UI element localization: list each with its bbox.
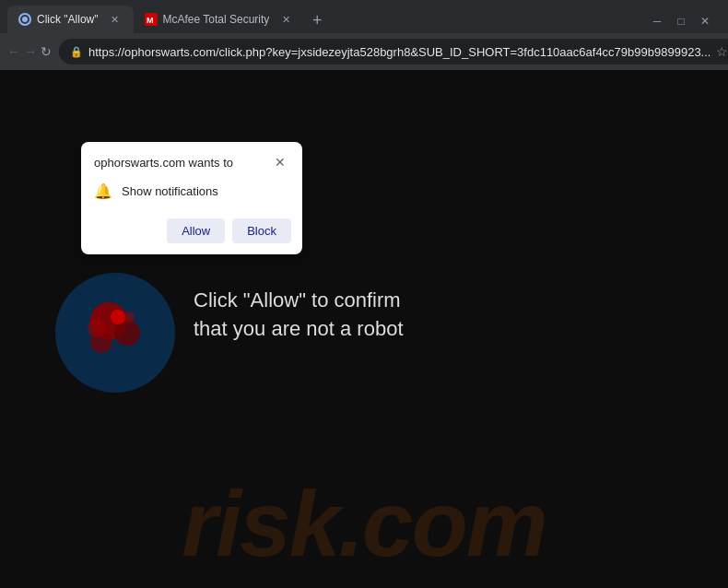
notification-label: Show notifications	[122, 184, 218, 198]
robot-message-line1: Click "Allow" to confirm	[194, 287, 404, 315]
tab-2[interactable]: M McAfee Total Security ✕	[134, 6, 305, 33]
tab-2-close[interactable]: ✕	[278, 12, 293, 27]
bell-icon: 🔔	[94, 182, 112, 200]
svg-point-7	[88, 319, 106, 337]
tab-bar: Click "Allow" ✕ M McAfee Total Security …	[0, 0, 728, 33]
url-text: https://ophorswarts.com/click.php?key=jx…	[88, 45, 710, 59]
tab-2-favicon: M	[145, 13, 158, 26]
svg-point-8	[123, 312, 135, 323]
popup-header: ophorswarts.com wants to ✕	[81, 142, 302, 179]
popup-notification-row: 🔔 Show notifications	[81, 179, 302, 211]
popup-title: ophorswarts.com wants to	[94, 156, 233, 170]
maximize-button[interactable]: □	[673, 13, 689, 29]
popup-buttons: Allow Block	[81, 211, 302, 254]
page-content: risk.com Click "Allow" to confirm that y…	[0, 70, 728, 588]
robot-circle	[55, 273, 175, 393]
window-controls: ─ □ ✕	[641, 13, 721, 29]
minimize-button[interactable]: ─	[649, 13, 665, 29]
back-button[interactable]: ←	[7, 39, 20, 65]
svg-text:M: M	[147, 16, 154, 25]
tab-1-favicon	[18, 13, 31, 26]
toolbar: ← → ↻ 🔒 https://ophorswarts.com/click.ph…	[0, 33, 728, 70]
notification-popup: ophorswarts.com wants to ✕ 🔔 Show notifi…	[81, 142, 302, 254]
close-button[interactable]: ✕	[697, 13, 713, 29]
browser-window: Click "Allow" ✕ M McAfee Total Security …	[0, 0, 728, 588]
forward-button[interactable]: →	[24, 39, 37, 65]
lock-icon: 🔒	[70, 46, 83, 58]
svg-point-0	[22, 17, 28, 22]
tab-2-label: McAfee Total Security	[163, 13, 270, 26]
robot-message-line2: that you are not a robot	[194, 315, 404, 344]
tab-1-close[interactable]: ✕	[108, 12, 123, 27]
tab-1-label: Click "Allow"	[37, 13, 99, 26]
robot-message: Click "Allow" to confirm that you are no…	[194, 287, 404, 344]
tab-1[interactable]: Click "Allow" ✕	[7, 6, 134, 33]
new-tab-button[interactable]: +	[304, 7, 330, 33]
block-button[interactable]: Block	[232, 218, 291, 243]
reload-button[interactable]: ↻	[41, 39, 52, 65]
popup-close-button[interactable]: ✕	[271, 153, 289, 171]
tab-1-favicon-circle	[18, 13, 31, 26]
address-bar[interactable]: 🔒 https://ophorswarts.com/click.php?key=…	[59, 39, 728, 65]
svg-point-6	[111, 310, 125, 324]
bookmark-icon[interactable]: ☆	[716, 44, 728, 59]
allow-button[interactable]: Allow	[167, 218, 225, 243]
